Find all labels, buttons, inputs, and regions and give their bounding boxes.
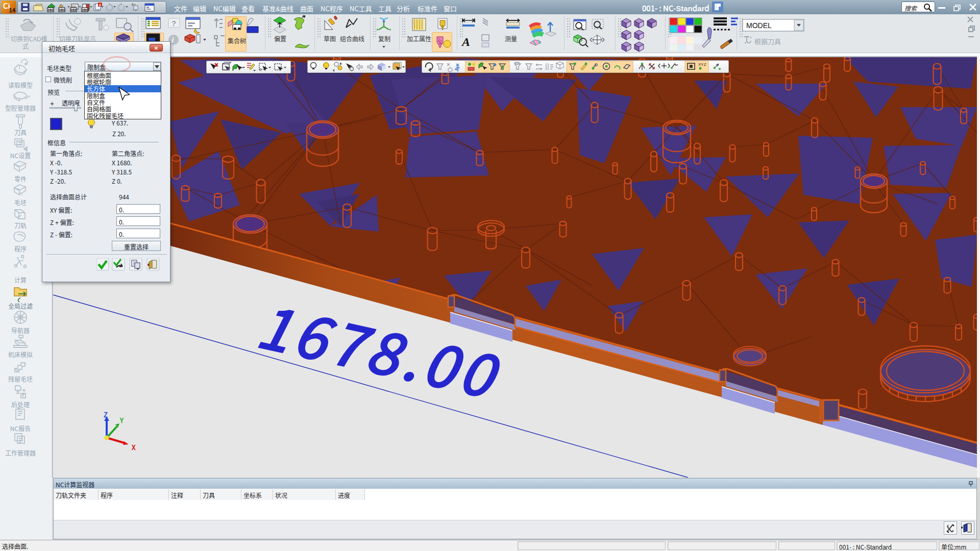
svg-text:HH: HH	[48, 7, 53, 12]
svg-text:?: ?	[172, 17, 176, 28]
svg-text:HH: HH	[82, 7, 87, 12]
svg-text:x: x	[99, 2, 101, 7]
svg-text:Y: Y	[119, 415, 124, 425]
svg-text:根据刀具: 根据刀具	[754, 36, 781, 46]
svg-text:A: A	[461, 35, 470, 48]
svg-text:HH: HH	[59, 7, 64, 12]
svg-text:MODEL: MODEL	[746, 20, 772, 30]
svg-text:XYZ: XYZ	[698, 62, 706, 67]
svg-text:Z: Z	[104, 410, 108, 419]
svg-text:X: X	[131, 442, 136, 452]
svg-text:HH: HH	[71, 7, 76, 12]
